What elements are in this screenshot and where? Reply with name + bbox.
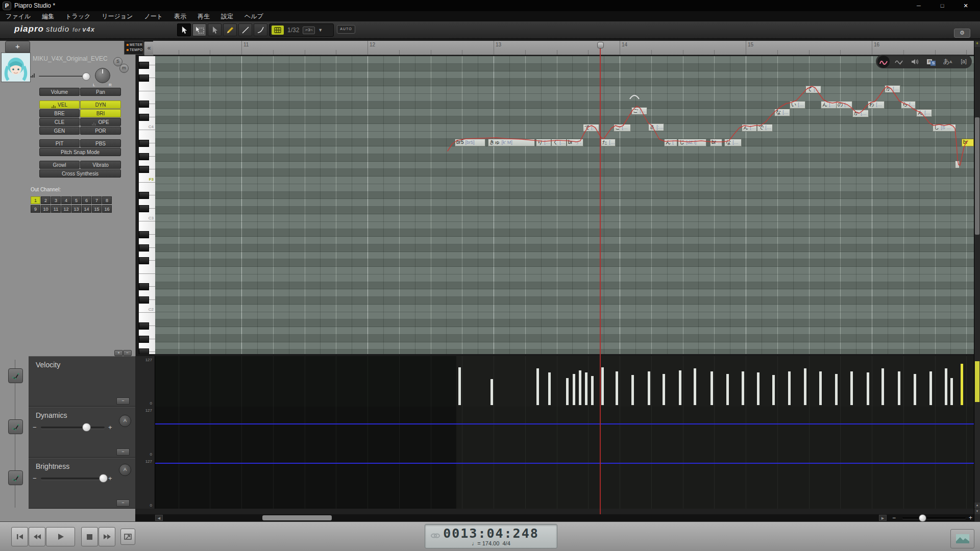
dynamics-increase[interactable]: + — [108, 423, 112, 431]
time-display[interactable]: 0013:04:248 ♩= 174.00 4/4 — [425, 524, 557, 548]
brightness-slider-thumb[interactable] — [99, 474, 108, 483]
param-button-pbs[interactable]: PBS — [80, 139, 121, 147]
dynamics-slider-track[interactable] — [41, 427, 105, 429]
track-name[interactable]: MIKU_V4X_Original_EVEC — [33, 55, 117, 62]
hscroll-thumb[interactable] — [262, 515, 332, 520]
velocity-bar[interactable] — [898, 371, 900, 405]
dynamics-lane-collapse-button[interactable]: − — [116, 448, 130, 456]
velocity-lane[interactable] — [155, 356, 974, 407]
out-channel-11[interactable]: 11 — [51, 205, 61, 213]
velocity-bar[interactable] — [881, 368, 884, 405]
brightness-slider-track[interactable] — [41, 478, 105, 480]
note-15[interactable]: で[… — [757, 124, 773, 132]
note-22[interactable]: わ[… — [868, 101, 885, 109]
note-19[interactable]: ん[… — [821, 101, 837, 109]
velocity-bar[interactable] — [819, 371, 822, 405]
rewind-button[interactable] — [29, 527, 45, 546]
pianoroll-grid[interactable]: br5[br5]きゅ[k' M]り[…く[…brっ .て[…た[…ご[…ご[…さ… — [155, 56, 974, 354]
auto-button[interactable]: AUTO — [337, 25, 355, 34]
note-8[interactable]: ご[… — [631, 107, 647, 115]
note-27[interactable] — [955, 161, 960, 168]
mute-button[interactable]: m — [119, 64, 129, 73]
ps-icon[interactable]: PS — [925, 56, 938, 68]
param-button-volume[interactable]: Volume — [39, 88, 80, 96]
marquee-tool[interactable] — [192, 23, 206, 36]
black-key[interactable] — [139, 257, 149, 264]
out-channel-12[interactable]: 12 — [61, 205, 71, 213]
velocity-bar[interactable] — [648, 371, 650, 405]
menu-item-8[interactable]: ヘルプ — [239, 11, 269, 21]
black-key[interactable] — [139, 205, 149, 212]
note-12[interactable]: br… — [710, 139, 722, 146]
velocity-bar[interactable] — [591, 376, 594, 405]
note-10[interactable]: ん[ — [664, 139, 677, 146]
out-channel-7[interactable]: 7 — [92, 196, 102, 204]
black-key[interactable] — [139, 296, 149, 304]
velocity-bar[interactable] — [929, 371, 932, 405]
dynamics-connector-button[interactable] — [8, 419, 23, 434]
out-channel-9[interactable]: 9 — [31, 205, 40, 213]
collapse-sidebar-button[interactable]: « — [144, 41, 154, 56]
stop-button[interactable] — [81, 527, 98, 546]
lane-add-button[interactable]: + — [114, 350, 123, 356]
brightness-decrease[interactable]: − — [33, 474, 37, 482]
velocity-bar[interactable] — [835, 374, 838, 405]
black-key[interactable] — [139, 348, 149, 354]
note-2[interactable]: り[… — [536, 139, 551, 146]
dynamics-slider-thumb[interactable] — [82, 423, 91, 432]
scroll-up-icon[interactable]: ▲ — [974, 503, 980, 508]
vscroll-thumb[interactable] — [975, 117, 979, 235]
velocity-bar[interactable] — [679, 370, 681, 405]
fast-forward-button[interactable] — [99, 527, 115, 546]
note-7[interactable]: ご[… — [614, 124, 631, 132]
dynamics-auto-button[interactable]: A — [119, 415, 131, 427]
velocity-bar[interactable] — [548, 372, 551, 405]
scroll-down-icon[interactable]: ▼ — [974, 509, 980, 514]
gear-icon[interactable]: ⚙ — [954, 29, 970, 38]
menu-item-7[interactable]: 設定 — [215, 11, 239, 21]
velocity-bar[interactable] — [601, 367, 604, 405]
brightness-increase[interactable]: + — [108, 474, 112, 482]
scroll-left-icon[interactable]: ◀ — [155, 515, 163, 521]
speaker-icon[interactable] — [909, 56, 922, 68]
grid-snap-button[interactable] — [272, 26, 284, 35]
lane-remove-button[interactable]: − — [123, 350, 132, 356]
velocity-bar[interactable] — [850, 371, 853, 405]
velocity-bar[interactable] — [573, 374, 575, 405]
velocity-bar[interactable] — [710, 371, 713, 405]
out-channel-13[interactable]: 13 — [71, 205, 81, 213]
brightness-auto-button[interactable]: A — [119, 464, 131, 476]
loop-button[interactable] — [120, 529, 135, 545]
param-button-cross-synthesis[interactable]: Cross Synthesis — [39, 169, 121, 178]
velocity-bar[interactable] — [694, 368, 696, 405]
black-key[interactable] — [139, 283, 149, 290]
vzoom-in-button[interactable]: + — [974, 41, 980, 47]
playhead-marker[interactable] — [597, 42, 604, 48]
velocity-bar[interactable] — [663, 374, 665, 405]
out-channel-4[interactable]: 4 — [61, 196, 71, 204]
pitch-v-icon[interactable]: v — [892, 56, 905, 68]
note-25[interactable]: ん[… — [916, 109, 932, 117]
param-button-por[interactable]: POR — [80, 127, 121, 135]
out-channel-5[interactable]: 5 — [71, 196, 81, 204]
out-channel-1[interactable]: 1 — [31, 196, 40, 204]
menu-item-6[interactable]: 再生 — [192, 11, 215, 21]
black-key[interactable] — [139, 192, 149, 199]
velocity-bar[interactable] — [536, 368, 539, 405]
velocity-bar[interactable] — [566, 378, 569, 405]
track-avatar[interactable] — [1, 53, 31, 82]
go-to-start-button[interactable] — [11, 527, 28, 546]
black-key[interactable] — [139, 74, 149, 82]
velocity-connector-button[interactable] — [8, 368, 23, 383]
black-key[interactable] — [139, 62, 149, 69]
black-key[interactable] — [139, 166, 149, 173]
menu-item-4[interactable]: ノート — [138, 11, 168, 21]
note-4[interactable]: brっ . — [567, 139, 583, 146]
param-button-bre[interactable]: BRE — [39, 109, 80, 117]
velocity-bar[interactable] — [788, 371, 791, 405]
black-key[interactable] — [139, 322, 149, 330]
velocity-bar[interactable] — [726, 374, 729, 405]
scroll-right-icon[interactable]: ▶ — [879, 515, 887, 521]
measure-ruler[interactable]: 111213141516 — [153, 41, 974, 55]
meter-tempo-button[interactable]: METER TEMPO — [124, 41, 143, 55]
